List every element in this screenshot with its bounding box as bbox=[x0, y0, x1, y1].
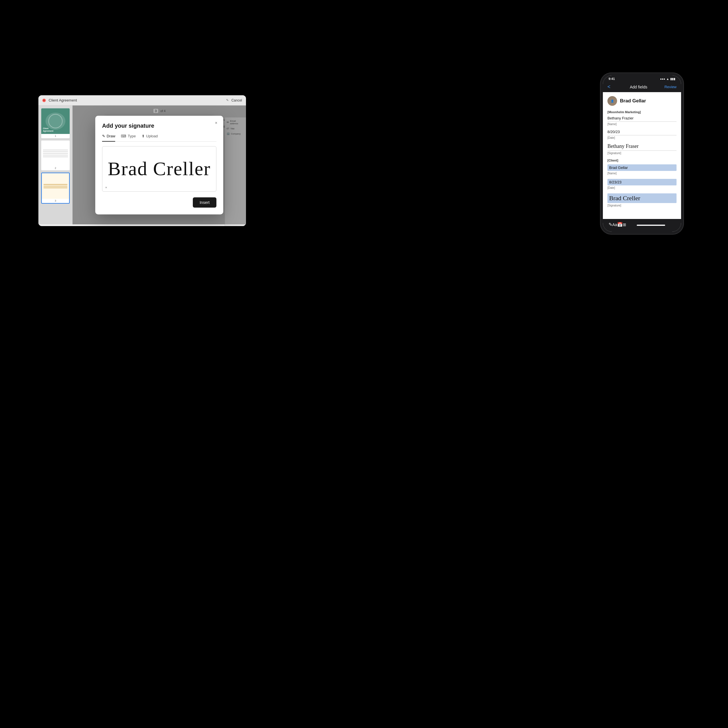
phone-nav-bar: < Add fields Review bbox=[603, 82, 681, 92]
phone-content: 👤 Brad Gellar [Moonhelm Marketing] Betha… bbox=[603, 92, 681, 219]
clear-icon: × bbox=[105, 186, 107, 189]
modal-close-button[interactable]: × bbox=[213, 120, 219, 126]
tab-type-label: Type bbox=[128, 134, 136, 138]
back-button[interactable]: < bbox=[607, 84, 610, 90]
client-date-field: 8/23/23 [Date] bbox=[607, 179, 676, 190]
moonhelm-name-value: Bethany Frazier bbox=[607, 116, 676, 122]
client-name-field: Brad Gellar [Name] bbox=[607, 164, 676, 175]
avatar-initials: 👤 bbox=[610, 99, 614, 102]
cancel-button[interactable]: Cancel bbox=[231, 98, 242, 102]
tab-type[interactable]: ⌨ Type bbox=[121, 134, 136, 142]
calendar-tool-icon[interactable]: 📅 bbox=[617, 222, 623, 227]
signature-modal: × Add your signature ✎ Draw ⌨ Type bbox=[95, 116, 223, 214]
text-tool-icon[interactable]: Aa bbox=[612, 222, 617, 227]
draw-tool-icon[interactable]: ✎ bbox=[609, 222, 612, 227]
modal-title: Add your signature bbox=[102, 122, 216, 129]
insert-button[interactable]: Insert bbox=[193, 197, 216, 208]
moonhelm-sig-value: Bethany Fraser bbox=[607, 143, 676, 151]
client-name-value[interactable]: Brad Gellar bbox=[607, 164, 676, 171]
moonhelm-sig-field: Bethany Fraser [Signature] bbox=[607, 143, 676, 155]
thumb-line bbox=[43, 155, 68, 156]
client-sig-label: [Signature] bbox=[607, 204, 676, 207]
client-sig-value[interactable]: Brad Creller bbox=[607, 193, 676, 203]
tab-draw-label: Draw bbox=[107, 134, 115, 138]
thumb-line bbox=[43, 151, 68, 152]
signature-canvas[interactable]: Brad Creller × bbox=[102, 146, 216, 192]
wifi-icon: ▲ bbox=[666, 77, 669, 81]
moonhelm-sig-label: [Signature] bbox=[607, 151, 676, 155]
phone-status-bar: 9:41 ●●● ▲ ▮▮▮ bbox=[603, 75, 681, 82]
thumbnail-num-3: 3 bbox=[42, 199, 69, 203]
thumbnail-2[interactable]: 2 bbox=[41, 141, 70, 170]
upload-icon: ⬆ bbox=[142, 134, 145, 138]
client-sig-field: Brad Creller [Signature] bbox=[607, 193, 676, 207]
edit-icon[interactable]: ✎ bbox=[226, 98, 229, 102]
clear-signature-button[interactable]: × bbox=[105, 186, 107, 189]
moonhelm-date-value: 8/20/23 bbox=[607, 130, 676, 135]
phone-toolbar: ✎ Aa 📅 ⊞ bbox=[603, 219, 681, 232]
thumbnail-3[interactable]: 3 bbox=[41, 173, 70, 203]
user-header: 👤 Brad Gellar bbox=[607, 96, 676, 106]
thumbnail-lines-3 bbox=[42, 182, 69, 190]
thumbnails-panel: ClientAgreement 1 2 bbox=[38, 106, 72, 224]
desktop-body: ClientAgreement 1 2 bbox=[38, 106, 246, 224]
thumbnail-image-1: ClientAgreement bbox=[41, 109, 70, 134]
thumbnail-num-2: 2 bbox=[41, 166, 70, 170]
modal-footer: Insert bbox=[102, 197, 216, 208]
moonhelm-date-field: 8/20/23 [Date] bbox=[607, 130, 676, 139]
tab-upload[interactable]: ⬆ Upload bbox=[142, 134, 158, 142]
thumb-line bbox=[43, 156, 68, 157]
client-name-label: [Name] bbox=[607, 172, 676, 175]
signal-icon: ●●● bbox=[660, 77, 665, 81]
moonhelm-date-label: [Date] bbox=[607, 136, 676, 139]
thumb-line bbox=[43, 153, 68, 154]
thumb-line bbox=[43, 187, 67, 188]
close-button[interactable]: ✕ bbox=[42, 99, 46, 102]
desktop-window: ✕ Client Agreement ✎ Cancel ClientAgreem… bbox=[38, 95, 246, 226]
user-avatar: 👤 bbox=[607, 96, 617, 106]
thumbnail-num-1: 1 bbox=[41, 134, 70, 138]
thumbnail-image-3 bbox=[42, 173, 69, 199]
document-title: Client Agreement bbox=[49, 98, 222, 102]
thumb-line bbox=[43, 150, 68, 150]
moonhelm-name-field: Bethany Frazier [Name] bbox=[607, 116, 676, 126]
client-section-label: [Client] bbox=[607, 159, 676, 162]
tab-draw[interactable]: ✎ Draw bbox=[102, 134, 115, 142]
modal-overlay: × Add your signature ✎ Draw ⌨ Type bbox=[72, 106, 246, 224]
client-date-value[interactable]: 8/23/23 bbox=[607, 179, 676, 185]
thumb-line bbox=[43, 184, 67, 185]
review-button[interactable]: Review bbox=[664, 85, 676, 89]
modal-tabs: ✎ Draw ⌨ Type ⬆ Upload bbox=[102, 134, 216, 142]
main-content: 3 of 4 [Moonhelm Marketing] Bethany Fraz… bbox=[72, 106, 246, 224]
tab-upload-label: Upload bbox=[146, 134, 158, 138]
thumbnail-1[interactable]: ClientAgreement 1 bbox=[41, 109, 70, 138]
titlebar: ✕ Client Agreement ✎ Cancel bbox=[38, 95, 246, 106]
client-date-label: [Date] bbox=[607, 186, 676, 190]
username: Brad Gellar bbox=[620, 98, 646, 104]
thumbnail-image-2 bbox=[41, 141, 70, 166]
home-indicator bbox=[637, 225, 665, 226]
signature-drawn: Brad Creller bbox=[108, 158, 211, 180]
titlebar-actions: Cancel bbox=[231, 98, 242, 102]
type-icon: ⌨ bbox=[121, 134, 126, 138]
thumbnail-cover-text: ClientAgreement bbox=[43, 127, 54, 132]
status-icons: ●●● ▲ ▮▮▮ bbox=[660, 77, 675, 81]
phone-device: 9:41 ●●● ▲ ▮▮▮ < Add fields Review 👤 Bra… bbox=[600, 72, 684, 235]
moonhelm-name-label: [Name] bbox=[607, 122, 676, 126]
thumb-line bbox=[43, 186, 67, 187]
phone-screen: 9:41 ●●● ▲ ▮▮▮ < Add fields Review 👤 Bra… bbox=[603, 75, 681, 232]
thumbnail-lines-2 bbox=[41, 148, 70, 159]
moonhelm-section-label: [Moonhelm Marketing] bbox=[607, 110, 676, 114]
draw-icon: ✎ bbox=[102, 134, 105, 138]
battery-icon: ▮▮▮ bbox=[670, 77, 675, 81]
status-time: 9:41 bbox=[609, 77, 615, 81]
field-tool-icon[interactable]: ⊞ bbox=[623, 222, 626, 227]
nav-title: Add fields bbox=[613, 85, 665, 89]
